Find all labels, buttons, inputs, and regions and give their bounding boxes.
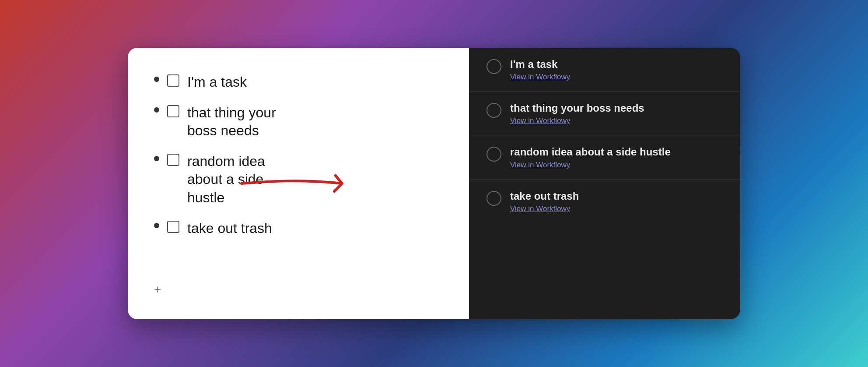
add-icon: + bbox=[154, 282, 161, 296]
right-task-content: take out trash View in Workflowy bbox=[510, 189, 579, 213]
list-item: that thing your boss needs View in Workf… bbox=[469, 92, 740, 135]
circle-checkbox[interactable] bbox=[486, 147, 501, 162]
task-label: random ideaabout a sidehustle bbox=[187, 152, 265, 207]
task-label: that thing yourboss needs bbox=[187, 104, 276, 140]
list-item: random idea about a side hustle View in … bbox=[469, 135, 740, 179]
bullet-icon bbox=[154, 77, 159, 82]
bullet-icon bbox=[154, 223, 159, 228]
circle-checkbox[interactable] bbox=[486, 103, 501, 118]
right-task-content: I'm a task View in Workflowy bbox=[510, 57, 570, 81]
view-in-workflowy-link[interactable]: View in Workflowy bbox=[510, 73, 570, 81]
list-item: that thing yourboss needs bbox=[154, 98, 447, 146]
task-label: take out trash bbox=[510, 189, 579, 203]
main-card: I'm a task that thing yourboss needs ran… bbox=[128, 48, 740, 319]
right-panel: I'm a task View in Workflowy that thing … bbox=[469, 48, 740, 319]
list-item: take out trash bbox=[154, 213, 447, 244]
task-checkbox[interactable] bbox=[167, 154, 179, 166]
bullet-icon bbox=[154, 156, 159, 161]
task-label: take out trash bbox=[187, 219, 272, 238]
task-checkbox[interactable] bbox=[167, 105, 179, 117]
left-task-list: I'm a task that thing yourboss needs ran… bbox=[154, 67, 447, 275]
circle-checkbox[interactable] bbox=[486, 59, 501, 74]
right-task-content: that thing your boss needs View in Workf… bbox=[510, 101, 644, 125]
left-panel: I'm a task that thing yourboss needs ran… bbox=[128, 48, 469, 319]
task-label: random idea about a side hustle bbox=[510, 145, 671, 159]
task-label: I'm a task bbox=[187, 73, 247, 92]
task-label: I'm a task bbox=[510, 57, 570, 71]
circle-checkbox[interactable] bbox=[486, 191, 501, 206]
task-checkbox[interactable] bbox=[167, 74, 179, 87]
view-in-workflowy-link[interactable]: View in Workflowy bbox=[510, 161, 671, 169]
list-item: I'm a task bbox=[154, 67, 447, 98]
right-task-content: random idea about a side hustle View in … bbox=[510, 145, 671, 169]
task-label: that thing your boss needs bbox=[510, 101, 644, 115]
view-in-workflowy-link[interactable]: View in Workflowy bbox=[510, 205, 579, 213]
list-item: take out trash View in Workflowy bbox=[469, 180, 740, 223]
list-item: random ideaabout a sidehustle bbox=[154, 146, 447, 213]
add-task-button[interactable]: + bbox=[154, 279, 447, 300]
bullet-icon bbox=[154, 107, 159, 113]
task-checkbox[interactable] bbox=[167, 221, 179, 233]
list-item: I'm a task View in Workflowy bbox=[469, 48, 740, 92]
view-in-workflowy-link[interactable]: View in Workflowy bbox=[510, 116, 644, 125]
